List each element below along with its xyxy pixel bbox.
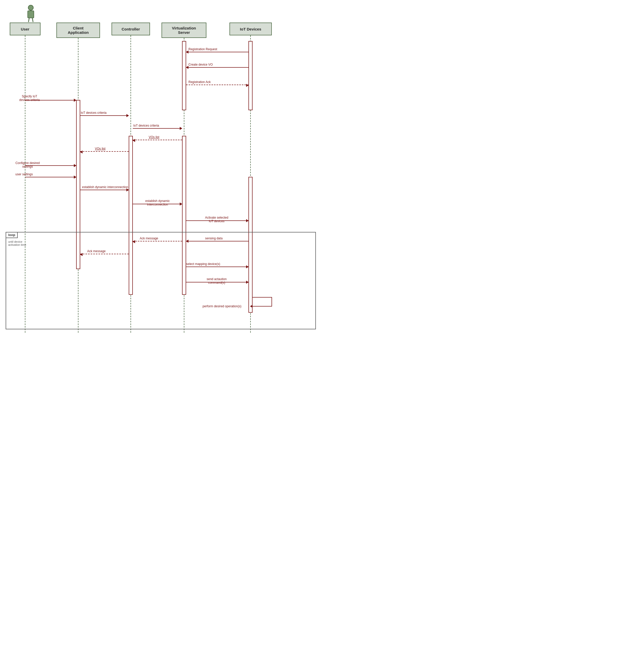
actor-virt: Virtualization Server (162, 23, 206, 38)
arrow-vos-list-2 (80, 151, 129, 152)
actor-user: User (10, 23, 40, 35)
user-icon (25, 4, 36, 24)
label-ack-2: Ack message (87, 249, 106, 253)
svg-marker-4 (250, 305, 253, 308)
arrow-iot-criteria-2 (133, 128, 182, 129)
loop-frame: loop until device activation time (5, 232, 316, 329)
label-reg-request: Registration Request (189, 48, 217, 51)
arrow-ack-1 (133, 241, 182, 242)
label-select-mapping: select mapping device(s) (186, 262, 220, 266)
arrow-reg-request (186, 52, 248, 52)
label-deploy: user settings (15, 172, 33, 176)
svg-rect-1 (28, 11, 34, 18)
label-vos-list-2: VOs list (95, 147, 105, 151)
arrow-sensing (186, 241, 248, 242)
actor-client: Client Application (56, 23, 100, 38)
svg-line-2 (28, 18, 29, 22)
arrow-vos-list-1 (133, 140, 182, 140)
label-user-settings: establish dynamic interconnection (82, 185, 128, 189)
label-perform: perform desired operation(s) (203, 305, 241, 308)
arrow-user-settings (80, 190, 129, 190)
arrow-select-mapping (186, 267, 248, 267)
activation-iot-reg (248, 41, 253, 110)
actor-iot: IoT Devices (230, 23, 272, 35)
label-iot-criteria-2: IoT devices criteria (133, 124, 159, 127)
label-send-actuation: send actaution command(s) (187, 274, 246, 284)
label-reg-ack: Registration Ack (189, 80, 211, 84)
label-configure: Configure desired settings (8, 158, 48, 168)
loop-label: loop (8, 233, 16, 237)
arrow-reg-ack (186, 85, 248, 85)
arrow-ack-2 (80, 254, 129, 254)
label-ack-1: Ack message (140, 236, 158, 240)
arrow-iot-criteria-1 (80, 115, 129, 116)
label-create-vo: Create device VO (189, 63, 213, 66)
arrow-create-vo (186, 67, 248, 68)
arrow-deploy (25, 177, 76, 177)
label-specify-iot: Specify IoT devices criteria (10, 91, 49, 102)
sequence-diagram: User Client Application Controller Virtu… (0, 0, 321, 336)
label-establish: establish dynamic interconnection (134, 196, 181, 206)
activation-virt-top (182, 41, 186, 110)
label-activate: Activate selected IoT devices (187, 212, 246, 223)
loop-sublabel: until device activation time (8, 240, 26, 246)
label-iot-criteria-1: IoT devices criteria (81, 111, 106, 115)
label-sensing: sensing data (205, 236, 222, 240)
svg-line-3 (32, 18, 33, 22)
arrow-perform-self (249, 296, 274, 309)
label-vos-list-1: VOs list (149, 135, 159, 139)
svg-point-0 (28, 5, 33, 10)
actor-controller: Controller (112, 23, 150, 35)
